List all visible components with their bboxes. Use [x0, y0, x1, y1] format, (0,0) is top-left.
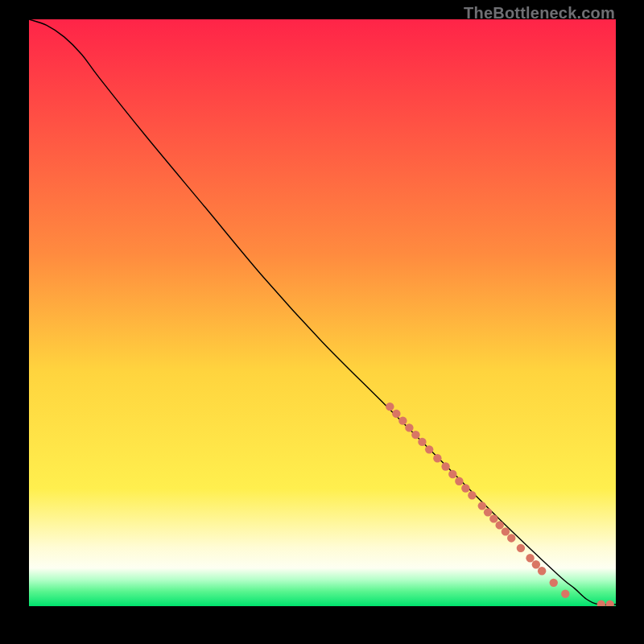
gradient-background [29, 19, 616, 606]
scatter-dot [561, 589, 569, 597]
scatter-dot [489, 514, 497, 522]
scatter-dot [398, 416, 407, 424]
watermark-text: TheBottleneck.com [464, 4, 615, 23]
scatter-dot [392, 410, 400, 418]
scatter-dot [478, 502, 486, 510]
scatter-dot [484, 508, 492, 516]
scatter-dot [532, 560, 540, 568]
chart-svg [29, 19, 616, 606]
scatter-dot [455, 477, 463, 485]
scatter-dot [495, 521, 503, 529]
scatter-dot [468, 491, 476, 499]
scatter-dot [411, 431, 419, 439]
scatter-dot [517, 544, 525, 552]
scatter-dot [433, 454, 441, 462]
scatter-dot [538, 567, 546, 575]
scatter-dot [550, 579, 558, 587]
scatter-dot [441, 462, 449, 470]
scatter-dot [386, 402, 394, 411]
scatter-dot [461, 484, 469, 492]
scatter-dot [526, 554, 534, 562]
scatter-dot [405, 423, 413, 431]
scatter-dot [418, 438, 426, 446]
scatter-dot [448, 470, 456, 478]
scatter-dot [507, 534, 515, 542]
scatter-dot [502, 527, 510, 535]
chart-plot-area [29, 19, 616, 606]
scatter-dot [425, 445, 433, 453]
